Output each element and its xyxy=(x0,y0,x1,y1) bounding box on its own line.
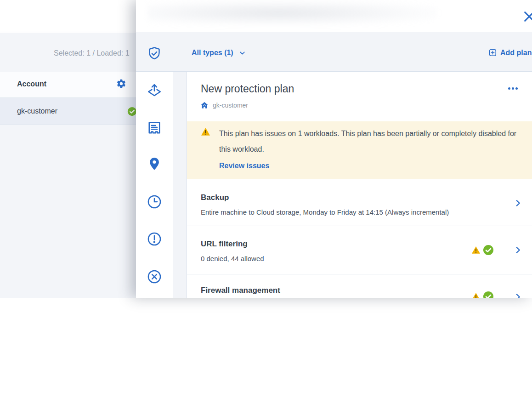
table-settings-gear-icon[interactable] xyxy=(116,79,127,90)
account-column-header: Account xyxy=(17,80,46,88)
section-title-firewall-management[interactable]: Firewall management xyxy=(201,286,280,295)
plan-title: New protection plan xyxy=(201,83,294,95)
plan-account: gk-customer xyxy=(200,101,248,109)
panel-toolbar: All types (1) Add plan xyxy=(173,32,532,72)
alert-circle-icon[interactable] xyxy=(146,231,163,247)
workloads-page: Selected: 1 / Loaded: 1 Account gk-custo… xyxy=(0,0,136,298)
content-left-gutter xyxy=(173,72,187,298)
screen: Selected: 1 / Loaded: 1 Account gk-custo… xyxy=(0,0,532,410)
plan-account-name: gk-customer xyxy=(213,102,248,109)
warning-triangle-icon xyxy=(201,127,210,136)
account-row-name: gk-customer xyxy=(17,107,57,115)
section-divider xyxy=(187,274,532,274)
section-subtitle-backup: Entire machine to Cloud storage, Monday … xyxy=(201,208,449,216)
section-title-backup[interactable]: Backup xyxy=(201,193,229,202)
clock-icon[interactable] xyxy=(146,194,163,210)
shield-check-icon[interactable] xyxy=(146,46,163,62)
review-issues-link[interactable]: Review issues xyxy=(219,162,269,170)
left-topbar xyxy=(0,0,136,32)
chevron-right-icon[interactable] xyxy=(514,199,522,207)
backup-storage-icon[interactable] xyxy=(146,120,163,136)
cancel-circle-icon[interactable] xyxy=(146,268,163,285)
enabled-check-icon[interactable] xyxy=(483,245,494,256)
close-icon[interactable] xyxy=(523,10,532,23)
account-table-header: Account xyxy=(0,72,136,98)
plan-type-filter-label: All types (1) xyxy=(192,49,233,57)
plan-sections-rail xyxy=(136,32,173,298)
plus-square-icon xyxy=(488,48,497,57)
location-pin-icon[interactable] xyxy=(146,156,163,172)
section-title-url-filtering[interactable]: URL filtering xyxy=(201,239,248,249)
warning-triangle-icon xyxy=(471,292,481,298)
left-body: Selected: 1 / Loaded: 1 Account gk-custo… xyxy=(0,33,136,298)
blurred-header-content xyxy=(147,1,437,25)
table-row[interactable]: gk-customer xyxy=(0,98,136,125)
protection-plan-panel: All types (1) Add plan New prot xyxy=(136,0,532,298)
plan-type-filter[interactable]: All types (1) xyxy=(192,49,246,57)
warning-triangle-icon xyxy=(471,246,481,254)
plan-actions-ellipsis-icon[interactable] xyxy=(506,85,520,91)
chevron-down-icon xyxy=(239,50,246,57)
selection-summary: Selected: 1 / Loaded: 1 xyxy=(54,49,130,57)
recovery-icon[interactable] xyxy=(146,82,163,99)
add-plan-button[interactable]: Add plan xyxy=(488,48,532,57)
section-divider xyxy=(187,226,532,226)
chevron-right-icon[interactable] xyxy=(514,246,522,254)
chevron-right-icon[interactable] xyxy=(514,293,522,298)
home-icon xyxy=(200,101,209,109)
warning-message: This plan has issues on 1 workloads. Thi… xyxy=(219,126,520,157)
status-ok-icon xyxy=(127,107,137,116)
warning-banner: This plan has issues on 1 workloads. Thi… xyxy=(187,121,532,179)
section-subtitle-url-filtering: 0 denied, 44 allowed xyxy=(201,255,264,262)
enabled-check-icon[interactable] xyxy=(483,291,494,298)
add-plan-label: Add plan xyxy=(500,49,532,57)
